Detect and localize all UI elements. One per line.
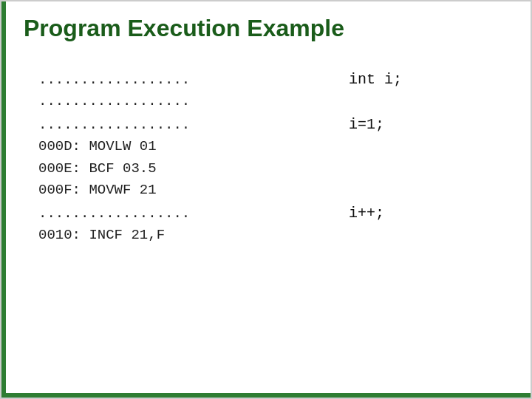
code-left: 000E: BCF 03.5 [38,158,349,180]
slide-container: Program Execution Example ..............… [0,0,532,399]
code-left: .................. [38,115,349,136]
code-left: 0010: INCF 21,F [38,225,349,246]
code-comment: int i; [349,68,402,91]
code-line: ..................i=1; [38,113,508,136]
code-left: 000F: MOVWF 21 [38,180,349,201]
code-line: ..................int i; [38,68,508,91]
code-block: ..................int i;................… [38,68,508,247]
code-comment: i++; [349,202,384,225]
code-line: 0010: INCF 21,F [38,225,508,246]
code-left: .................. [38,203,349,225]
code-line: .................. [38,91,508,112]
code-comment: i=1; [349,113,384,136]
left-accent-bar [1,1,6,398]
code-left: 000D: MOVLW 01 [38,136,349,157]
content-area: ..................int i;................… [38,68,508,375]
code-line: 000E: BCF 03.5 [38,158,508,180]
slide-title: Program Execution Example [24,15,344,42]
code-left: .................. [38,91,349,112]
bottom-accent-bar [1,393,531,398]
code-line: ..................i++; [38,202,508,225]
code-line: 000F: MOVWF 21 [38,180,508,201]
code-line: 000D: MOVLW 01 [38,136,508,157]
code-left: .................. [38,69,349,91]
